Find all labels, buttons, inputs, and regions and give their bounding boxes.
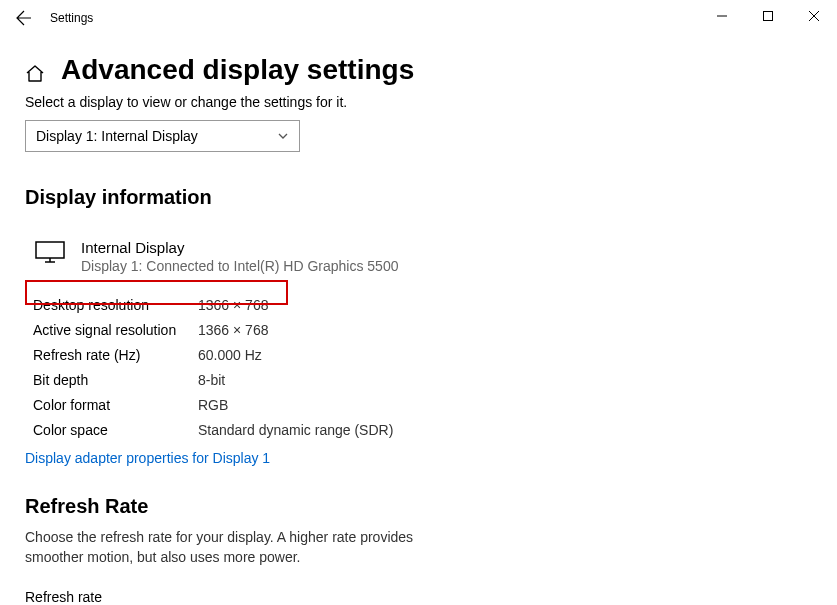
info-label: Refresh rate (Hz) <box>33 347 198 363</box>
info-value: 1366 × 768 <box>198 322 268 338</box>
page-subtitle: Select a display to view or change the s… <box>25 94 812 110</box>
display-name: Internal Display <box>81 239 398 256</box>
adapter-properties-link[interactable]: Display adapter properties for Display 1 <box>25 450 270 466</box>
info-value: Standard dynamic range (SDR) <box>198 422 393 438</box>
info-value: RGB <box>198 397 228 413</box>
info-label: Active signal resolution <box>33 322 198 338</box>
info-label: Color space <box>33 422 198 438</box>
table-row: Color spaceStandard dynamic range (SDR) <box>33 417 812 442</box>
refresh-rate-heading: Refresh Rate <box>25 495 812 518</box>
close-button[interactable] <box>791 0 837 32</box>
info-label: Color format <box>33 397 198 413</box>
window-controls <box>699 0 837 32</box>
info-value: 1366 × 768 <box>198 297 268 313</box>
arrow-left-icon <box>16 10 32 26</box>
table-row: Active signal resolution1366 × 768 <box>33 317 812 342</box>
display-summary: Internal Display Display 1: Connected to… <box>25 239 812 274</box>
refresh-rate-label: Refresh rate <box>25 589 812 605</box>
info-value: 60.000 Hz <box>198 347 262 363</box>
table-row: Refresh rate (Hz)60.000 Hz <box>33 342 812 367</box>
display-connection: Display 1: Connected to Intel(R) HD Grap… <box>81 258 398 274</box>
refresh-rate-description: Choose the refresh rate for your display… <box>25 528 445 567</box>
display-selector-dropdown[interactable]: Display 1: Internal Display <box>25 120 300 152</box>
page-title: Advanced display settings <box>61 54 414 86</box>
back-button[interactable] <box>0 0 48 36</box>
page-header: Advanced display settings <box>25 54 812 86</box>
info-value: 8-bit <box>198 372 225 388</box>
window-title: Settings <box>50 11 93 25</box>
home-icon[interactable] <box>25 64 45 82</box>
maximize-icon <box>763 11 773 21</box>
content-area: Advanced display settings Select a displ… <box>0 54 837 605</box>
display-info-heading: Display information <box>25 186 812 209</box>
dropdown-selected-text: Display 1: Internal Display <box>36 128 198 144</box>
maximize-button[interactable] <box>745 0 791 32</box>
display-info-table: Desktop resolution1366 × 768 Active sign… <box>33 292 812 442</box>
table-row: Bit depth8-bit <box>33 367 812 392</box>
minimize-icon <box>717 11 727 21</box>
table-row: Color formatRGB <box>33 392 812 417</box>
close-icon <box>809 11 819 21</box>
monitor-icon <box>35 241 65 263</box>
minimize-button[interactable] <box>699 0 745 32</box>
table-row: Desktop resolution1366 × 768 <box>33 292 812 317</box>
info-label: Desktop resolution <box>33 297 198 313</box>
svg-rect-0 <box>764 12 773 21</box>
svg-rect-1 <box>36 242 64 258</box>
chevron-down-icon <box>277 130 289 142</box>
info-label: Bit depth <box>33 372 198 388</box>
